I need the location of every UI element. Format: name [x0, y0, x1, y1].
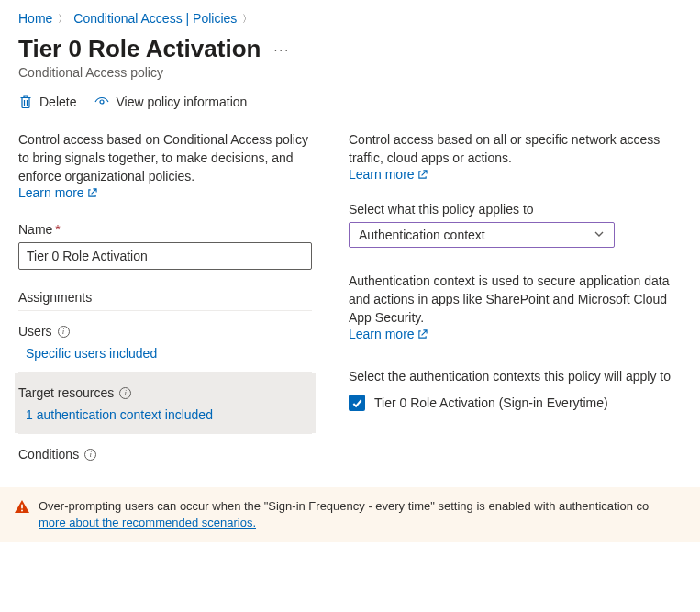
learn-more-label: Learn more [18, 185, 84, 200]
more-icon[interactable]: ··· [273, 42, 290, 57]
left-intro-text: Control access based on Conditional Acce… [18, 130, 312, 185]
right-intro-text: Control access based on all or specific … [349, 130, 682, 167]
dropdown-value: Authentication context [359, 228, 485, 242]
trash-icon [18, 95, 33, 109]
breadcrumb-home[interactable]: Home [18, 11, 52, 26]
info-icon[interactable]: i [84, 449, 96, 461]
target-resources-section[interactable]: Target resources i 1 authentication cont… [15, 373, 316, 433]
authctx-learn-more-link[interactable]: Learn more [349, 327, 428, 341]
name-field-label: Name* [18, 222, 312, 237]
warning-link[interactable]: more about the recommended scenarios. [39, 516, 256, 529]
right-learn-more-link[interactable]: Learn more [349, 167, 428, 182]
checkbox-checked-icon[interactable] [349, 395, 365, 411]
page-subtitle: Conditional Access policy [18, 65, 682, 80]
page-title: Tier 0 Role Activation [18, 35, 261, 63]
delete-label: Delete [39, 95, 76, 109]
info-icon[interactable]: i [58, 326, 70, 338]
external-link-icon [417, 170, 428, 180]
warning-text: Over-prompting users can occur when the … [39, 499, 649, 513]
select-context-label: Select the authentication contexts this … [349, 367, 682, 385]
conditions-label: Conditions i [18, 447, 312, 462]
auth-context-option-label: Tier 0 Role Activation (Sign-in Everytim… [374, 395, 608, 410]
breadcrumb-conditional-access[interactable]: Conditional Access | Policies [73, 11, 237, 26]
applies-to-label: Select what this policy applies to [349, 202, 682, 217]
warning-banner: Over-prompting users can occur when the … [0, 487, 700, 542]
delete-button[interactable]: Delete [18, 95, 76, 109]
eye-icon [94, 95, 109, 109]
external-link-icon [87, 188, 97, 198]
warning-icon [15, 499, 29, 514]
name-input[interactable] [18, 242, 312, 270]
applies-to-dropdown[interactable]: Authentication context [349, 222, 615, 248]
left-learn-more-link[interactable]: Learn more [18, 185, 97, 200]
users-label: Users i [18, 324, 312, 339]
toolbar: Delete View policy information [18, 95, 682, 117]
target-resources-value-link[interactable]: 1 authentication context included [26, 407, 312, 422]
learn-more-label: Learn more [349, 167, 415, 182]
svg-point-0 [100, 100, 104, 104]
breadcrumb: Home 〉 Conditional Access | Policies 〉 [18, 7, 682, 35]
info-icon[interactable]: i [119, 387, 131, 399]
view-policy-info-label: View policy information [116, 95, 247, 109]
target-resources-label: Target resources i [18, 385, 312, 400]
learn-more-label: Learn more [349, 327, 415, 341]
view-policy-info-button[interactable]: View policy information [94, 95, 247, 109]
chevron-right-icon: 〉 [242, 12, 252, 26]
external-link-icon [417, 329, 428, 339]
chevron-down-icon [594, 228, 605, 241]
auth-context-checkbox-row[interactable]: Tier 0 Role Activation (Sign-in Everytim… [349, 395, 682, 411]
authctx-description: Authentication context is used to secure… [349, 272, 682, 327]
chevron-right-icon: 〉 [58, 12, 68, 26]
users-value-link[interactable]: Specific users included [26, 346, 312, 361]
assignments-heading: Assignments [18, 290, 312, 311]
